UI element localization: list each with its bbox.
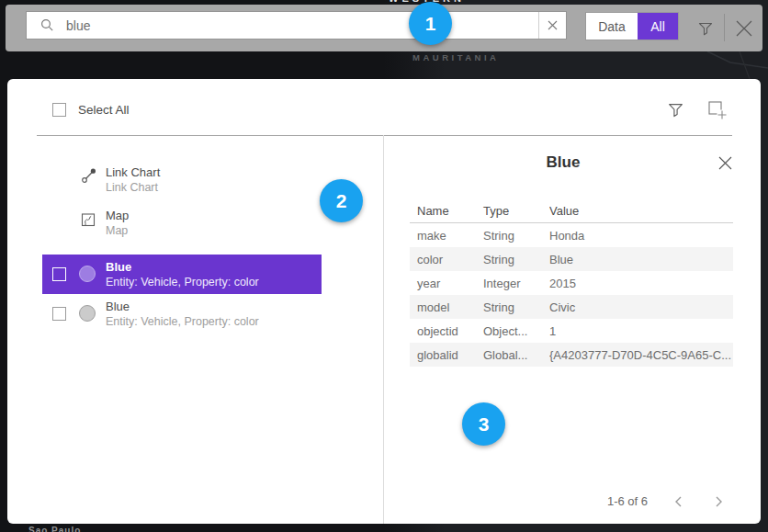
funnel-icon xyxy=(697,20,714,37)
result-subtitle: Link Chart xyxy=(106,180,158,195)
panel-divider xyxy=(383,135,384,524)
callout-badge-1: 1 xyxy=(409,2,452,45)
result-checkbox[interactable] xyxy=(52,307,66,321)
result-title: Map xyxy=(106,209,129,223)
attr-type: Global... xyxy=(483,348,549,362)
search-input[interactable] xyxy=(54,18,538,33)
result-title: Link Chart xyxy=(106,165,160,180)
attr-type: Integer xyxy=(483,277,549,290)
app-screen: WESTERN MAURITANIA Sao Paulo Data All xyxy=(0,0,768,532)
result-title: Blue xyxy=(106,300,130,314)
close-x-icon xyxy=(717,155,733,171)
funnel-icon xyxy=(667,101,684,119)
scope-option-all[interactable]: All xyxy=(638,13,678,40)
select-all-label: Select All xyxy=(78,103,130,117)
search-toolbar: Data All xyxy=(6,5,762,51)
table-row: model String Civic xyxy=(410,295,733,319)
pagination-label: 1-6 of 6 xyxy=(595,494,660,508)
entity-dot-icon xyxy=(79,266,96,282)
toolbar-filter-button[interactable] xyxy=(695,17,717,40)
clear-x-icon xyxy=(548,20,558,30)
close-x-icon xyxy=(734,18,754,39)
attr-value: Civic xyxy=(549,300,733,314)
result-item-map[interactable]: Map Map xyxy=(7,209,320,242)
attr-value: 1 xyxy=(549,324,733,338)
map-icon xyxy=(81,212,96,232)
search-results-dialog: Select All Link Chart Link Chart Ma xyxy=(7,79,761,524)
attr-value: 2015 xyxy=(549,277,733,290)
result-checkbox[interactable] xyxy=(52,267,66,281)
results-filter-button[interactable] xyxy=(667,101,684,122)
result-subtitle: Map xyxy=(106,223,128,238)
column-header: Value xyxy=(549,204,733,218)
result-item-blue-selected[interactable]: Blue Entity: Vehicle, Property: color xyxy=(42,255,322,294)
table-row: make String Honda xyxy=(410,223,733,247)
result-subtitle: Entity: Vehicle, Property: color xyxy=(106,314,259,329)
toolbar-close-button[interactable] xyxy=(731,16,757,41)
attr-type: String xyxy=(483,300,549,314)
attr-name: year xyxy=(410,277,483,290)
attr-type: String xyxy=(483,253,549,266)
search-icon xyxy=(40,18,54,32)
attr-value: Blue xyxy=(549,253,733,266)
select-all-checkbox[interactable] xyxy=(52,103,66,117)
attr-name: color xyxy=(410,253,483,266)
attr-type: Object... xyxy=(483,324,549,338)
attr-name: model xyxy=(410,300,483,314)
attr-value: {A4203777-D70D-4C5C-9A65-C... xyxy=(549,348,733,362)
detail-title: Blue xyxy=(402,153,724,172)
column-header: Type xyxy=(483,204,549,218)
attr-type: String xyxy=(483,229,549,243)
callout-badge-3: 3 xyxy=(462,402,505,446)
entity-dot-icon xyxy=(79,305,96,322)
pagination-prev-button[interactable] xyxy=(671,493,685,510)
search-box xyxy=(26,11,567,40)
table-row: color String Blue xyxy=(410,247,733,271)
attributes-table: Name Type Value make String Honda color … xyxy=(410,198,733,367)
add-to-selection-button[interactable] xyxy=(707,100,728,124)
callout-badge-2: 2 xyxy=(320,179,363,222)
result-item-blue[interactable]: Blue Entity: Vehicle, Property: color xyxy=(42,294,322,334)
table-row: year Integer 2015 xyxy=(410,271,733,295)
scope-toggle: Data All xyxy=(585,12,679,40)
result-title: Blue xyxy=(106,260,131,275)
chevron-left-icon xyxy=(673,495,683,508)
attr-name: objectid xyxy=(410,324,483,338)
table-header-row: Name Type Value xyxy=(410,198,733,223)
result-item-link-chart[interactable]: Link Chart Link Chart xyxy=(7,165,320,198)
attr-value: Honda xyxy=(549,229,733,243)
attr-name: globalid xyxy=(410,348,483,362)
attr-name: make xyxy=(410,229,483,243)
clear-search-button[interactable] xyxy=(538,12,566,39)
detail-close-button[interactable] xyxy=(715,153,735,173)
pagination-next-button[interactable] xyxy=(712,493,727,510)
scope-option-data[interactable]: Data xyxy=(586,13,638,40)
chevron-right-icon xyxy=(715,495,724,508)
table-row: objectid Object... 1 xyxy=(410,319,733,343)
result-subtitle: Entity: Vehicle, Property: color xyxy=(106,275,259,289)
add-to-selection-icon xyxy=(707,100,728,120)
column-header: Name xyxy=(410,204,483,218)
link-chart-icon xyxy=(81,167,97,187)
table-row: globalid Global... {A4203777-D70D-4C5C-9… xyxy=(410,343,733,367)
header-divider xyxy=(37,135,732,136)
toolbar-divider xyxy=(724,14,725,41)
